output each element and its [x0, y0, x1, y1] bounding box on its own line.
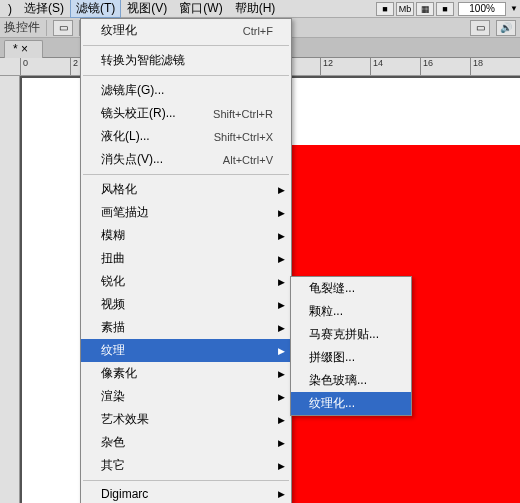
- menu-item-view[interactable]: 视图(V): [121, 0, 173, 18]
- chevron-right-icon: ▶: [278, 231, 285, 241]
- menu-noise[interactable]: 杂色▶: [81, 431, 291, 454]
- menu-filter-gallery[interactable]: 滤镜库(G)...: [81, 79, 291, 102]
- menu-item-select[interactable]: 选择(S): [18, 0, 70, 18]
- menu-liquify[interactable]: 液化(L)... Shift+Ctrl+X: [81, 125, 291, 148]
- toolbar-btn-a[interactable]: ▭: [53, 20, 73, 36]
- menu-item-paren[interactable]: ): [2, 1, 18, 17]
- chevron-right-icon: ▶: [278, 392, 285, 402]
- menu-label: 镜头校正(R)...: [101, 105, 176, 122]
- menu-label: 视频: [101, 296, 125, 313]
- sep: [46, 20, 47, 36]
- chevron-right-icon: ▶: [278, 277, 285, 287]
- menu-label: 杂色: [101, 434, 125, 451]
- menu-label: 纹理化...: [309, 395, 355, 412]
- chevron-right-icon: ▶: [278, 323, 285, 333]
- toolbar-btn-1[interactable]: ■: [376, 2, 394, 16]
- menu-smart-filter[interactable]: 转换为智能滤镜: [81, 49, 291, 72]
- submenu-mosaic-tiles[interactable]: 马赛克拼贴...: [291, 323, 411, 346]
- ruler-tick: 0: [20, 58, 28, 76]
- menu-label: 马赛克拼贴...: [309, 326, 379, 343]
- menu-label: 艺术效果: [101, 411, 149, 428]
- menu-label: 画笔描边: [101, 204, 149, 221]
- menu-texture[interactable]: 纹理▶: [81, 339, 291, 362]
- doc-tab-label: * ×: [13, 42, 28, 56]
- chevron-right-icon: ▶: [278, 369, 285, 379]
- submenu-texturizer[interactable]: 纹理化...: [291, 392, 411, 415]
- menu-label: 纹理: [101, 342, 125, 359]
- chevron-right-icon: ▶: [278, 489, 285, 499]
- menu-label: 锐化: [101, 273, 125, 290]
- menu-label: 颗粒...: [309, 303, 343, 320]
- menu-item-window[interactable]: 窗口(W): [173, 0, 228, 18]
- ruler-tick: 18: [470, 58, 483, 76]
- toolbar-btn-4[interactable]: ■: [436, 2, 454, 16]
- submenu-craquelure[interactable]: 龟裂缝...: [291, 277, 411, 300]
- chevron-right-icon: ▶: [278, 438, 285, 448]
- menu-pixelate[interactable]: 像素化▶: [81, 362, 291, 385]
- menu-label: 渲染: [101, 388, 125, 405]
- menu-brush-strokes[interactable]: 画笔描边▶: [81, 201, 291, 224]
- ruler-tick: 2: [70, 58, 78, 76]
- submenu-grain[interactable]: 颗粒...: [291, 300, 411, 323]
- menu-video[interactable]: 视频▶: [81, 293, 291, 316]
- menu-label: 拼缀图...: [309, 349, 355, 366]
- menu-label: 扭曲: [101, 250, 125, 267]
- menu-vanishing-point[interactable]: 消失点(V)... Alt+Ctrl+V: [81, 148, 291, 171]
- menu-label: 模糊: [101, 227, 125, 244]
- menu-sketch[interactable]: 素描▶: [81, 316, 291, 339]
- menu-label: Digimarc: [101, 487, 148, 501]
- menu-label: 风格化: [101, 181, 137, 198]
- menu-distort[interactable]: 扭曲▶: [81, 247, 291, 270]
- menu-blur[interactable]: 模糊▶: [81, 224, 291, 247]
- ruler-vertical: [0, 76, 20, 503]
- menu-label: 转换为智能滤镜: [101, 52, 185, 69]
- submenu-patchwork[interactable]: 拼缀图...: [291, 346, 411, 369]
- menu-separator: [83, 174, 289, 175]
- ruler-tick: 16: [420, 58, 433, 76]
- chevron-right-icon: ▶: [278, 185, 285, 195]
- chevron-right-icon: ▶: [278, 300, 285, 310]
- texture-submenu: 龟裂缝... 颗粒... 马赛克拼贴... 拼缀图... 染色玻璃... 纹理化…: [290, 276, 412, 416]
- chevron-right-icon: ▶: [278, 415, 285, 425]
- filter-menu: 纹理化 Ctrl+F 转换为智能滤镜 滤镜库(G)... 镜头校正(R)... …: [80, 18, 292, 503]
- chevron-right-icon: ▶: [278, 461, 285, 471]
- chevron-right-icon: ▶: [278, 346, 285, 356]
- menu-label: 像素化: [101, 365, 137, 382]
- menu-shortcut: Ctrl+F: [243, 25, 273, 37]
- menu-last-filter[interactable]: 纹理化 Ctrl+F: [81, 19, 291, 42]
- toolbar-btn-grid[interactable]: ▦: [416, 2, 434, 16]
- menu-item-filter[interactable]: 滤镜(T): [70, 0, 121, 18]
- menu-lens-correction[interactable]: 镜头校正(R)... Shift+Ctrl+R: [81, 102, 291, 125]
- menu-sharpen[interactable]: 锐化▶: [81, 270, 291, 293]
- doc-tab[interactable]: * ×: [4, 40, 43, 58]
- menu-shortcut: Shift+Ctrl+R: [213, 108, 273, 120]
- zoom-field[interactable]: 100%: [458, 2, 506, 16]
- speaker-icon[interactable]: 🔊: [496, 20, 516, 36]
- zoom-dropdown-icon[interactable]: ▼: [510, 4, 518, 13]
- menu-shortcut: Alt+Ctrl+V: [223, 154, 273, 166]
- menu-label: 素描: [101, 319, 125, 336]
- menubar: ) 选择(S) 滤镜(T) 视图(V) 窗口(W) 帮助(H) ■ Mb ▦ ■…: [0, 0, 520, 18]
- menu-separator: [83, 480, 289, 481]
- menu-label: 染色玻璃...: [309, 372, 367, 389]
- ruler-tick: 14: [370, 58, 383, 76]
- menu-artistic[interactable]: 艺术效果▶: [81, 408, 291, 431]
- toolbar-btn-mb[interactable]: Mb: [396, 2, 414, 16]
- menu-digimarc[interactable]: Digimarc▶: [81, 484, 291, 503]
- options-label: 换控件: [4, 19, 40, 36]
- chevron-right-icon: ▶: [278, 208, 285, 218]
- menu-separator: [83, 45, 289, 46]
- submenu-stained-glass[interactable]: 染色玻璃...: [291, 369, 411, 392]
- menu-separator: [83, 75, 289, 76]
- menu-shortcut: Shift+Ctrl+X: [214, 131, 273, 143]
- menu-label: 液化(L)...: [101, 128, 150, 145]
- menu-item-help[interactable]: 帮助(H): [229, 0, 282, 18]
- menu-stylize[interactable]: 风格化▶: [81, 178, 291, 201]
- menu-label: 消失点(V)...: [101, 151, 163, 168]
- menu-render[interactable]: 渲染▶: [81, 385, 291, 408]
- chevron-right-icon: ▶: [278, 254, 285, 264]
- menu-label: 龟裂缝...: [309, 280, 355, 297]
- toolbar-btn-c[interactable]: ▭: [470, 20, 490, 36]
- menu-other[interactable]: 其它▶: [81, 454, 291, 477]
- menu-label: 滤镜库(G)...: [101, 82, 164, 99]
